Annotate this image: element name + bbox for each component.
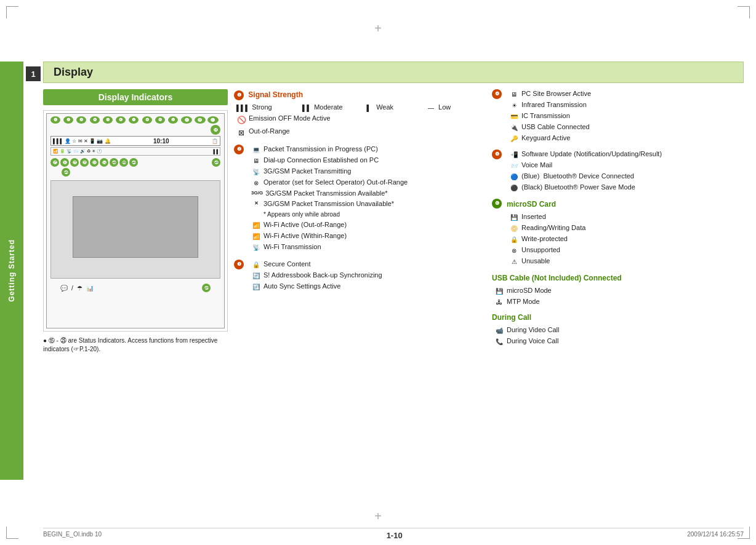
secure-text-2: S! Addressbook Back-up Synchronizing bbox=[263, 271, 382, 280]
usb-mtp-icon: 🖧 bbox=[494, 298, 504, 307]
num-8: ❽ bbox=[142, 116, 152, 124]
microsd-inserted-icon: 💾 bbox=[509, 213, 519, 222]
num-5: ❺ bbox=[103, 116, 113, 124]
secure-text-1: Secure Content bbox=[263, 260, 382, 269]
packet-icon-3: 📡 bbox=[251, 167, 261, 177]
page-number: 1-10 bbox=[387, 531, 403, 540]
signal-row-emission: 🚫 Emission OFF Mode Active bbox=[234, 114, 486, 125]
note-text: ● ⑮ - ㉕ are Status Indicators. Access fu… bbox=[43, 336, 228, 354]
signal-weak-text: Weak bbox=[376, 103, 424, 112]
microsd-row-1: 💾 Inserted bbox=[507, 212, 585, 222]
section5: ❺ 📲 Software Update (Notification/Updati… bbox=[492, 149, 744, 194]
usb-title: USB Cable (Not Included) Connected bbox=[492, 272, 744, 284]
content-row: Display Indicators ❶ ❷ ❸ ❹ ❺ ❻ ❼ ❽ ❾ bbox=[43, 89, 744, 505]
s4-row-3: 💳 IC Transmission bbox=[507, 111, 591, 121]
section5-num: ❺ bbox=[492, 149, 502, 159]
packet-text-3: 3G/GSM Packet Transmitting bbox=[263, 167, 408, 176]
num-21: ㉑ bbox=[110, 158, 118, 167]
outofrange-text: Out-of-Range bbox=[249, 127, 486, 136]
signal-num: ❶ bbox=[234, 90, 244, 100]
microsd-row-2: 📀 Reading/Writing Data bbox=[507, 223, 585, 233]
s4-icon-1: 🖥 bbox=[509, 90, 519, 99]
packet-text-5: 3G/GSM Packet Transmission Available* bbox=[265, 189, 408, 198]
packet-row-6: ✕ 3G/GSM Packet Transmission Unavailable… bbox=[249, 199, 408, 209]
s4-row-4: 🔌 USB Cable Connected bbox=[507, 122, 591, 132]
bottom-icon-3: ☂ bbox=[77, 285, 82, 292]
signal-weak-icon: ▌ bbox=[364, 103, 374, 113]
status2-battery: ▐▐ bbox=[212, 149, 218, 154]
num-13: ⓭ bbox=[207, 116, 219, 124]
right-panel: ❹ 🖥 PC Site Browser Active ☀ Infrared Tr… bbox=[492, 89, 744, 505]
signal-section: ❶ Signal Strength ▌▌▌ Strong ▌▌ Moderate… bbox=[234, 89, 486, 138]
status-icons-left: ▌▌▌ 👤 ☆ ✉ ✕ 📱 📷 🔔 bbox=[53, 138, 111, 144]
packet-label-3g-x: ✕ bbox=[251, 200, 261, 207]
s5-row-2: 📨 Voice Mail bbox=[507, 161, 662, 170]
signal-strong-text: Strong bbox=[252, 103, 299, 112]
usb-microsd-icon: 💾 bbox=[494, 287, 504, 296]
microsd-row-4: ⊗ Unsupported bbox=[507, 245, 585, 255]
signal-strong-icon: ▌▌▌ bbox=[236, 103, 249, 113]
microsd-rw-text: Reading/Writing Data bbox=[521, 223, 585, 233]
page-header: Display bbox=[43, 62, 744, 83]
corner-mark-tr bbox=[738, 6, 750, 18]
packet-text-2: Dial-up Connection Established on PC bbox=[263, 156, 408, 165]
bt-black-icon: ⚫ bbox=[509, 183, 519, 193]
ic-icon: 💳 bbox=[509, 112, 519, 121]
section4-num: ❹ bbox=[492, 89, 502, 99]
signal-moderate-icon: ▌▌ bbox=[302, 103, 312, 113]
signal-row-outofrange: ⊠ Out-of-Range bbox=[234, 127, 486, 138]
num-10: ❿ bbox=[168, 116, 178, 124]
microsd-inserted-text: Inserted bbox=[521, 212, 585, 221]
usb-microsd-text: microSD Mode bbox=[507, 286, 744, 295]
microsd-row-5: ⚠ Unusable bbox=[507, 257, 585, 266]
secure-icon-1: 🔒 bbox=[251, 260, 261, 269]
phone-bottom-icons: 💬 / ☂ 📊 ㉖ bbox=[48, 281, 223, 295]
bt-blue-icon: 🔵 bbox=[509, 172, 519, 181]
phone-diagram: ❶ ❷ ❸ ❹ ❺ ❻ ❼ ❽ ❾ ❿ ⓫ ⓬ ⓭ bbox=[43, 110, 228, 332]
packet-note-text: * Appears only while abroad bbox=[251, 210, 408, 219]
bt-black-text: (Black) Bluetooth® Power Save Mode bbox=[521, 183, 662, 192]
outofrange-icon: ⊠ bbox=[236, 127, 246, 138]
voice-call-text: During Voice Call bbox=[507, 336, 744, 346]
page-title: Display bbox=[54, 66, 733, 79]
keyguard-text: Keyguard Active bbox=[521, 133, 591, 143]
voicemail-icon: 📨 bbox=[509, 161, 519, 170]
signal-row-strong: ▌▌▌ Strong ▌▌ Moderate ▌ Weak — Low bbox=[234, 103, 486, 113]
status2-icons: 📶 🔋 📡 📨 🔊 ♻ ☀ 🕐 bbox=[53, 149, 102, 154]
secure-row-3: 🔃 Auto Sync Settings Active bbox=[249, 282, 382, 292]
secure-icon-2: 🔄 bbox=[251, 271, 261, 280]
microsd-row-3: 🔒 Write-protected bbox=[507, 234, 585, 244]
emission-icon: 🚫 bbox=[236, 114, 246, 125]
during-call-section: During Call 📹 During Video Call 📞 During… bbox=[492, 312, 744, 346]
num-11: ⓫ bbox=[181, 116, 192, 124]
microsd-unsupported-icon: ⊗ bbox=[509, 246, 519, 255]
wifi-row-1: 📶 Wi-Fi Active (Out-of-Range) bbox=[249, 220, 408, 230]
s5-icon-1: 📲 bbox=[509, 150, 519, 159]
emission-text: Emission OFF Mode Active bbox=[249, 114, 486, 123]
corner-mark-tl bbox=[6, 6, 18, 18]
wifi-icon-3: 📡 bbox=[251, 243, 261, 252]
wifi-row-3: 📡 Wi-Fi Transmission bbox=[249, 242, 408, 252]
packet-label-3g: 3G/G bbox=[251, 189, 263, 197]
during-call-row-1: 📹 During Video Call bbox=[492, 325, 744, 335]
usb-row-1: 💾 microSD Mode bbox=[492, 286, 744, 296]
s4-row-2: ☀ Infrared Transmission bbox=[507, 100, 591, 110]
secure-section: ❸ 🔒 Secure Content 🔄 S! Addressbook Back… bbox=[234, 260, 486, 293]
microsd-wp-text: Write-protected bbox=[521, 234, 585, 244]
s4-row-5: 🔑 Keyguard Active bbox=[507, 133, 591, 143]
note-content: ⑮ - ㉕ are Status Indicators. Access func… bbox=[43, 337, 217, 352]
infrared-text: Infrared Transmission bbox=[521, 100, 591, 109]
wifi-icon-1: 📶 bbox=[251, 221, 261, 230]
num-7: ❼ bbox=[129, 116, 139, 124]
usb-connected-icon: 🔌 bbox=[509, 123, 519, 132]
bullet: ● bbox=[43, 337, 47, 344]
sidebar: Getting Started bbox=[0, 62, 23, 480]
secure-row-2: 🔄 S! Addressbook Back-up Synchronizing bbox=[249, 271, 382, 280]
num-2: ❷ bbox=[63, 116, 73, 124]
packet-icon-2: 🖥 bbox=[251, 156, 261, 165]
num-6: ❻ bbox=[116, 116, 126, 124]
signal-low-icon: — bbox=[426, 103, 436, 113]
bt-blue-text: (Blue) Bluetooth® Device Connected bbox=[521, 172, 662, 181]
s5-row-4: ⚫ (Black) Bluetooth® Power Save Mode bbox=[507, 183, 662, 193]
microsd-unusable-icon: ⚠ bbox=[509, 257, 519, 266]
